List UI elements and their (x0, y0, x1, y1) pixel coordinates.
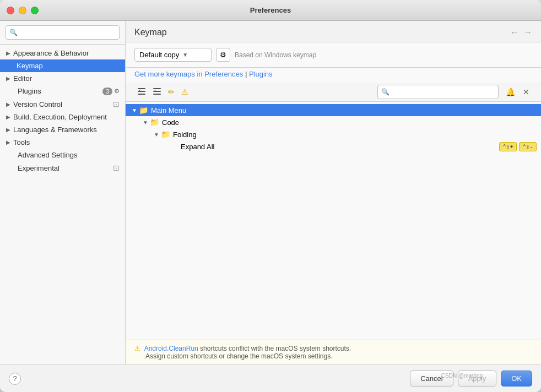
maximize-button[interactable] (31, 7, 39, 14)
shortcut-badge-2: ⌃⇧- (519, 142, 537, 151)
warning-message-2: Assign custom shortcuts or change the ma… (145, 352, 332, 360)
warning-bar: ⚠ Android.CleanRun shortcuts conflict wi… (126, 340, 541, 364)
android-clean-run-link[interactable]: Android.CleanRun (144, 345, 198, 352)
link-separator: | (245, 70, 249, 78)
search-wrapper: 🔍 (6, 25, 120, 40)
svg-rect-4 (153, 88, 161, 89)
experimental-icon: ⊡ (113, 164, 120, 172)
minimize-button[interactable] (19, 7, 26, 14)
sidebar-item-label: Editor (13, 74, 32, 83)
sidebar-item-plugins[interactable]: Plugins 3 ⚙ (0, 85, 125, 97)
tree-item-label: Code (162, 118, 179, 127)
plugins-gear-icon: ⚙ (114, 88, 120, 95)
tree-item-label: Expand All (181, 143, 214, 151)
sidebar: 🔍 ▶ Appearance & Behavior Keymap ▶ Edito… (0, 21, 126, 364)
expand-all-toolbar-btn[interactable] (134, 85, 149, 99)
search-icon: 🔍 (9, 29, 18, 36)
collapse-all-toolbar-btn[interactable] (150, 85, 164, 99)
warning-message: shortcuts conflict with the macOS system… (200, 345, 351, 352)
chevron-icon: ▶ (4, 126, 12, 134)
sidebar-item-label: Appearance & Behavior (13, 49, 89, 57)
shortcut-badge-1: ⌃⇧+ (499, 142, 517, 151)
sidebar-items: ▶ Appearance & Behavior Keymap ▶ Editor … (0, 45, 125, 364)
chevron-icon: ▶ (4, 139, 12, 146)
sidebar-item-version-control[interactable]: ▶ Version Control ⊡ (0, 97, 125, 111)
chevron-placeholder (9, 88, 17, 95)
tree-chevron-icon: ▼ (141, 119, 150, 126)
keymap-dropdown[interactable]: Default copy ▼ (134, 48, 212, 62)
plugins-link[interactable]: Plugins (249, 70, 273, 78)
toolbar-search-wrapper: 🔍 (377, 85, 499, 99)
chevron-placeholder (9, 151, 17, 159)
svg-rect-1 (138, 91, 145, 92)
tree-folder-icon: 📁 (139, 106, 148, 115)
edit-toolbar-btn[interactable]: ✏ (165, 86, 177, 98)
dropdown-arrow-icon: ▼ (182, 52, 188, 58)
traffic-lights (7, 7, 39, 14)
help-icon: ? (13, 374, 17, 383)
chevron-icon: ▶ (4, 50, 12, 57)
chevron-icon: ▶ (4, 113, 12, 121)
tree-row-expand-all[interactable]: Expand All ⌃⇧+ ⌃⇧- (126, 140, 541, 153)
sidebar-item-advanced-settings[interactable]: Advanced Settings (0, 149, 125, 161)
toolbar-search-icon: 🔍 (381, 88, 389, 96)
bottom-bar: ? CSDN @merbng Cancel Apply OK (0, 364, 541, 392)
vcs-icon: ⊡ (113, 100, 120, 108)
sidebar-item-experimental[interactable]: Experimental ⊡ (0, 161, 125, 175)
keymap-dropdown-value: Default copy (139, 51, 179, 59)
svg-marker-7 (154, 90, 156, 91)
nav-back-button[interactable]: ← (510, 28, 519, 37)
sidebar-item-label: Keymap (17, 62, 43, 70)
warning-line-1: ⚠ Android.CleanRun shortcuts conflict wi… (134, 345, 532, 352)
bottom-right-area: CSDN @merbng Cancel Apply OK (410, 371, 532, 386)
tree-row-code[interactable]: ▼ 📁 Code (126, 116, 541, 128)
nav-arrows: ← → (510, 28, 532, 37)
close-search-btn[interactable]: ✕ (520, 86, 532, 98)
keymap-gear-button[interactable]: ⚙ (216, 48, 230, 62)
find-usages-btn[interactable]: 🔔 (503, 86, 518, 98)
tree-row-main-menu[interactable]: ▼ 📁 Main Menu (126, 104, 541, 116)
chevron-icon: ▶ (4, 75, 12, 83)
preferences-window: Preferences 🔍 ▶ Appearance & Behavior Ke… (0, 0, 541, 392)
based-on-text: Based on Windows keymap (235, 51, 316, 59)
warning-icon: ⚠ (134, 345, 140, 352)
title-bar: Preferences (0, 0, 541, 21)
main-content: 🔍 ▶ Appearance & Behavior Keymap ▶ Edito… (0, 21, 541, 364)
sidebar-item-label: Advanced Settings (18, 151, 77, 159)
tree-row-folding[interactable]: ▼ 📁 Folding (126, 128, 541, 140)
warning-line-2: Assign custom shortcuts or change the ma… (134, 352, 532, 360)
toolbar-right-icons: 🔔 ✕ (503, 86, 532, 98)
sidebar-item-build[interactable]: ▶ Build, Execution, Deployment (0, 111, 125, 123)
sidebar-item-appearance[interactable]: ▶ Appearance & Behavior (0, 47, 125, 59)
warning-toolbar-btn[interactable]: ⚠ (178, 86, 191, 98)
help-button[interactable]: ? (9, 373, 21, 385)
keymap-controls: Default copy ▼ ⚙ Based on Windows keymap (126, 42, 541, 68)
sidebar-item-label: Plugins (18, 87, 41, 95)
plugins-badge: 3 (102, 88, 112, 95)
sidebar-item-label: Experimental (18, 164, 59, 172)
sidebar-search-container: 🔍 (0, 21, 125, 45)
sidebar-item-editor[interactable]: ▶ Editor (0, 72, 125, 85)
sidebar-item-languages[interactable]: ▶ Languages & Frameworks (0, 123, 125, 136)
toolbar-search-input[interactable] (377, 85, 499, 99)
tree-item-label: Folding (173, 130, 197, 139)
shortcut-badges: ⌃⇧+ ⌃⇧- (499, 142, 537, 151)
svg-rect-0 (138, 88, 145, 89)
sidebar-item-tools[interactable]: ▶ Tools (0, 136, 125, 149)
tree-chevron-icon: ▼ (130, 107, 139, 113)
tree-chevron-icon: ▼ (152, 132, 161, 138)
close-button[interactable] (7, 7, 14, 14)
nav-forward-button[interactable]: → (523, 28, 532, 37)
get-more-keymaps-link[interactable]: Get more keymaps in Preferences (134, 70, 243, 78)
chevron-placeholder (9, 164, 17, 172)
ok-button[interactable]: OK (501, 371, 532, 386)
sidebar-search-input[interactable] (6, 25, 120, 40)
panel-title: Keymap (134, 28, 167, 37)
plugin-actions: 3 ⚙ (102, 88, 120, 95)
window-title: Preferences (250, 6, 291, 14)
svg-rect-6 (153, 94, 161, 95)
sidebar-item-label: Tools (13, 138, 30, 146)
tree-folder-icon: 📁 (161, 130, 170, 139)
sidebar-item-label: Languages & Frameworks (13, 126, 97, 134)
sidebar-item-keymap[interactable]: Keymap (0, 59, 125, 72)
